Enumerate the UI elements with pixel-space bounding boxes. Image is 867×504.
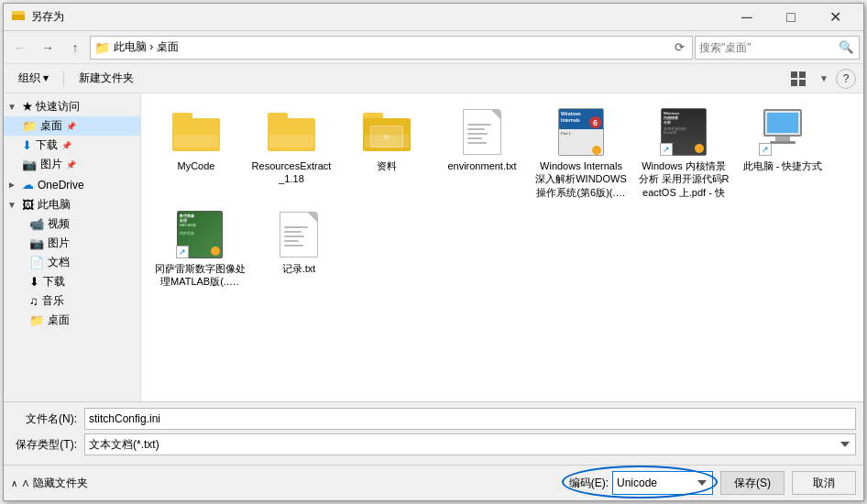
nav-sub-pictures[interactable]: 📷 图片	[4, 234, 140, 253]
organize-button[interactable]: 组织 ▾	[11, 68, 56, 90]
minimize-button[interactable]: ─	[726, 4, 768, 31]
thispc-icon: ↗	[759, 108, 807, 156]
hide-chevron-icon: ∧	[11, 478, 17, 488]
nav-quick-access: ▼ ★ 快速访问 📁 桌面 📌 ⬇ 下载 📌 📷 图片 📌	[4, 97, 140, 174]
mycode-label: MyCode	[178, 159, 215, 172]
file-item-resources[interactable]: ResourcesExtract_1.18	[246, 103, 337, 202]
video-label: 视频	[48, 216, 70, 232]
desktop2-label: 桌面	[48, 312, 70, 328]
bottom-form: 文件名(N): 保存类型(T): 文本文档(*.txt)	[4, 401, 863, 465]
view-button[interactable]	[786, 68, 812, 90]
refresh-button[interactable]: ⟳	[670, 38, 688, 57]
left-panel: ▼ ★ 快速访问 📁 桌面 📌 ⬇ 下载 📌 📷 图片 📌	[4, 93, 141, 401]
desktop-label: 桌面	[40, 118, 62, 134]
filetype-select[interactable]: 文本文档(*.txt)	[84, 433, 856, 455]
nav-sub-desktop[interactable]: 📁 桌面	[4, 311, 140, 330]
toolbar2: 组织 ▾ 新建文件夹 ▼ ?	[4, 64, 863, 93]
downloads2-label: 下载	[43, 274, 65, 290]
env-icon	[458, 108, 506, 156]
resources-icon	[268, 108, 315, 156]
file-area[interactable]: MyCode ResourcesExtract_1.18	[141, 93, 863, 401]
file-item-win-internals[interactable]: WindowsInternals 6 Part 1 Windows Intern…	[532, 103, 631, 202]
win-internals-label: Windows Internals 深入解析WINDOWS操作系统(第6版)(.…	[535, 159, 627, 198]
forward-button[interactable]: →	[35, 35, 60, 60]
this-pc-chevron: ▼	[7, 200, 18, 210]
title-bar: 另存为 ─ □ ✕	[4, 4, 863, 31]
this-pc-icon: 🖼	[22, 198, 34, 212]
svg-rect-2	[791, 71, 797, 78]
win-kernel-icon: Windows内核情景分析 采用开源代码ReactOS ↗	[660, 108, 708, 156]
up-button[interactable]: ↑	[62, 35, 88, 60]
onedrive-cloud-icon: ☁	[22, 178, 34, 192]
file-item-win-kernel[interactable]: Windows内核情景分析 采用开源代码ReactOS ↗ Windows 内核…	[634, 103, 733, 202]
search-button[interactable]: 🔍	[837, 38, 855, 57]
footer-left: ∧ ∧ 隐藏文件夹	[11, 476, 562, 491]
pictures2-label: 图片	[48, 236, 70, 251]
file-item-jilu[interactable]: 记录.txt	[253, 205, 345, 279]
help-button[interactable]: ?	[836, 69, 856, 89]
close-button[interactable]: ✕	[814, 4, 856, 31]
docs-label: 文档	[48, 255, 70, 270]
downloads2-icon: ⬇	[29, 275, 39, 289]
nav-sub-music[interactable]: ♫ 音乐	[4, 291, 140, 311]
file-item-thispc[interactable]: ↗ 此电脑 - 快捷方式	[737, 103, 829, 202]
nav-sub-docs[interactable]: 📄 文档	[4, 253, 140, 272]
nav-sub-downloads[interactable]: ⬇ 下载	[4, 272, 140, 291]
gonzalez-icon: 数字图像处理 MATLAB版 冈萨雷斯 ↗	[176, 211, 224, 258]
hide-folder-label: ∧ 隐藏文件夹	[21, 476, 88, 491]
toolbar-separator	[63, 71, 64, 86]
filename-row: 文件名(N):	[11, 408, 856, 430]
window-controls: ─ □ ✕	[726, 4, 856, 31]
music-icon: ♫	[29, 294, 38, 308]
search-bar[interactable]: 🔍	[695, 36, 860, 60]
svg-rect-5	[799, 80, 806, 86]
address-path: 此电脑 › 桌面	[114, 39, 666, 55]
win-internals-icon: WindowsInternals 6 Part 1	[557, 108, 605, 156]
nav-item-downloads[interactable]: ⬇ 下载 📌	[4, 136, 140, 155]
save-as-dialog: 另存为 ─ □ ✕ ← → ↑ 📁 此电脑 › 桌面 ⟳ 🔍 组织 ▾ 新建文件…	[3, 3, 864, 501]
downloads-folder-icon: ⬇	[22, 138, 32, 152]
nav-item-pictures[interactable]: 📷 图片 📌	[4, 155, 140, 174]
address-folder-icon: 📁	[94, 40, 110, 55]
file-item-gonzalez[interactable]: 数字图像处理 MATLAB版 冈萨雷斯 ↗ 冈萨雷斯数字图像处理MATLAB版(…	[150, 205, 249, 292]
cancel-button[interactable]: 取消	[792, 471, 856, 495]
desktop-pin-icon: 📌	[66, 122, 76, 131]
env-label: environment.txt	[447, 159, 516, 172]
onedrive-label: OneDrive	[38, 179, 84, 192]
win-kernel-label: Windows 内核情景分析 采用开源代码ReactOS 上.pdf - 快捷方…	[638, 159, 730, 198]
save-button[interactable]: 保存(S)	[720, 471, 785, 495]
hide-folder-toggle[interactable]: ∧ ∧ 隐藏文件夹	[11, 476, 88, 491]
new-folder-button[interactable]: 新建文件夹	[71, 68, 141, 90]
thispc-label: 此电脑 - 快捷方式	[743, 159, 823, 172]
jilu-label: 记录.txt	[282, 262, 316, 275]
file-item-ziliao[interactable]: ≡ 资料	[341, 103, 433, 202]
svg-rect-1	[12, 15, 25, 20]
ziliao-label: 资料	[377, 159, 397, 172]
filename-input[interactable]	[84, 408, 856, 430]
quick-access-header[interactable]: ▼ ★ 快速访问	[4, 97, 140, 116]
svg-rect-3	[799, 71, 806, 78]
file-item-mycode[interactable]: MyCode	[150, 103, 242, 202]
address-bar[interactable]: 📁 此电脑 › 桌面 ⟳	[90, 36, 693, 60]
gonzalez-label: 冈萨雷斯数字图像处理MATLAB版(..…	[154, 262, 246, 289]
svg-rect-4	[791, 80, 797, 86]
search-input[interactable]	[699, 41, 837, 54]
resources-label: ResourcesExtract_1.18	[249, 159, 334, 186]
nav-this-pc: ▼ 🖼 此电脑 📹 视频 📷 图片 📄 文档 ⬇	[4, 195, 140, 330]
this-pc-header[interactable]: ▼ 🖼 此电脑	[4, 195, 140, 214]
onedrive-header[interactable]: ► ☁ OneDrive	[4, 176, 140, 193]
nav-sub-video[interactable]: 📹 视频	[4, 214, 140, 234]
nav-onedrive: ► ☁ OneDrive	[4, 176, 140, 193]
file-item-env[interactable]: environment.txt	[436, 103, 528, 202]
nav-item-desktop[interactable]: 📁 桌面 📌	[4, 116, 140, 136]
window-title: 另存为	[31, 9, 726, 25]
quick-access-chevron: ▼	[7, 102, 18, 112]
main-content: ▼ ★ 快速访问 📁 桌面 📌 ⬇ 下载 📌 📷 图片 📌	[4, 93, 863, 401]
desktop-folder-icon: 📁	[22, 119, 37, 133]
this-pc-label: 此电脑	[38, 197, 71, 213]
encoding-select[interactable]: Unicode UTF-8 ANSI UTF-16 LE UTF-16 BE	[612, 471, 713, 495]
maximize-button[interactable]: □	[770, 4, 812, 31]
encoding-area: 编码(E): Unicode UTF-8 ANSI UTF-16 LE UTF-…	[569, 471, 713, 495]
back-button[interactable]: ←	[7, 35, 33, 60]
pictures-folder-icon: 📷	[22, 158, 37, 171]
